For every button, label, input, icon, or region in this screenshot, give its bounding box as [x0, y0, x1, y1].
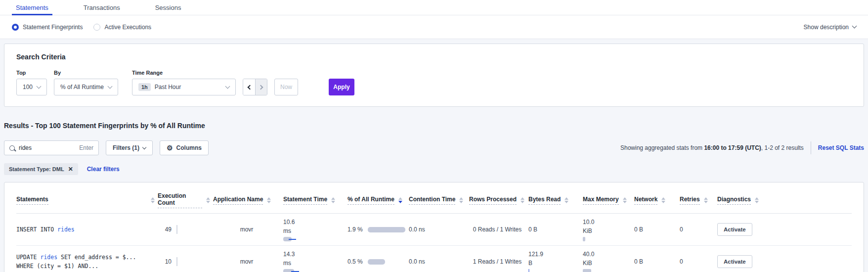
col-pct-runtime[interactable]: % of All Runtime — [347, 196, 394, 205]
columns-button[interactable]: ⚙ Columns — [160, 140, 209, 155]
time-range-value: Past Hour — [155, 84, 181, 91]
show-description-toggle[interactable]: Show description — [804, 24, 856, 31]
execution-count-value: 10 — [158, 258, 172, 265]
col-statement-time[interactable]: Statement Time — [283, 196, 327, 205]
top-label: Top — [16, 70, 47, 76]
col-execution-count[interactable]: Execution Count — [158, 192, 202, 208]
radio-label: Statement Fingerprints — [23, 24, 83, 31]
network-value: 0 B — [634, 258, 680, 265]
by-select[interactable]: % of All Runtime — [54, 79, 118, 95]
col-bytes-read[interactable]: Bytes Read — [528, 196, 561, 205]
activate-diagnostics-button[interactable]: Activate — [717, 255, 752, 268]
tab-statements[interactable]: Statements — [12, 0, 52, 15]
reset-sql-stats-link[interactable]: Reset SQL Stats — [818, 144, 864, 151]
application-name-value: movr — [213, 226, 283, 233]
time-nav-group — [243, 79, 267, 95]
col-diagnostics[interactable]: Diagnostics — [717, 196, 751, 205]
statement-link[interactable]: rides — [40, 254, 57, 261]
chevron-down-icon — [225, 84, 230, 89]
statement-cell[interactable]: INSERT INTO rides — [16, 225, 158, 234]
statement-cell[interactable]: UPDATE rides SET end_address = $... WHER… — [16, 253, 158, 271]
tab-transactions[interactable]: Transactions — [80, 0, 124, 15]
max-memory-value: 10.0 — [583, 218, 631, 227]
search-input[interactable] — [19, 144, 75, 151]
time-range-select[interactable]: 1h Past Hour — [132, 79, 236, 95]
bytes-read-value: 121.9 — [528, 250, 580, 259]
max-memory-bar — [583, 237, 631, 241]
sort-diagnostics[interactable] — [755, 197, 759, 203]
max-memory-unit: KiB — [583, 227, 631, 235]
col-contention-time[interactable]: Contention Time — [409, 196, 455, 205]
active-filters-row: Statement Type: DML ✕ Clear filters — [4, 163, 864, 175]
radio-label: Active Executions — [104, 24, 151, 31]
statements-table: Statements Execution Count Application N… — [4, 182, 864, 272]
sort-network[interactable] — [661, 197, 665, 203]
sort-pct-runtime[interactable] — [398, 197, 402, 203]
statement-time-unit: ms — [283, 227, 345, 235]
col-network[interactable]: Network — [634, 196, 657, 205]
sort-max-memory[interactable] — [623, 197, 627, 203]
radio-active-executions[interactable]: Active Executions — [93, 24, 151, 31]
time-prev-button[interactable] — [243, 79, 255, 95]
application-name-value: movr — [213, 258, 283, 265]
col-rows-processed[interactable]: Rows Processed — [469, 196, 517, 205]
tab-sessions[interactable]: Sessions — [151, 0, 185, 15]
chevron-down-icon — [108, 84, 113, 89]
pct-runtime-bar — [368, 227, 405, 232]
radio-selected-icon — [12, 24, 19, 31]
bytes-read-value: 0 B — [528, 226, 583, 233]
col-application-name[interactable]: Application Name — [213, 196, 263, 205]
contention-time-value: 0.0 ns — [409, 226, 469, 233]
apply-button[interactable]: Apply — [329, 79, 354, 95]
rows-processed-value: 1 Reads / 1 Writes — [469, 258, 528, 265]
filters-button[interactable]: Filters (1) — [106, 140, 153, 155]
table-row: INSERT INTO rides 49 movr 10.6ms 1.9 % 0… — [16, 214, 852, 246]
search-icon — [9, 145, 15, 151]
time-next-button[interactable] — [255, 79, 267, 95]
max-memory-value: 40.0 — [583, 250, 631, 259]
now-button[interactable]: Now — [274, 79, 298, 95]
activate-diagnostics-button[interactable]: Activate — [717, 223, 752, 236]
bytes-read-bar — [528, 269, 529, 272]
sort-retries[interactable] — [704, 197, 708, 203]
pct-runtime-bar — [368, 259, 385, 265]
rows-processed-value: 0 Reads / 1 Writes — [469, 226, 528, 233]
statement-time-unit: ms — [283, 259, 345, 268]
sort-statements[interactable] — [151, 197, 155, 203]
chevron-right-icon — [258, 85, 263, 90]
search-enter-label[interactable]: Enter — [79, 144, 93, 151]
filter-chip-label: Statement Type: DML — [9, 166, 64, 172]
col-max-memory[interactable]: Max Memory — [583, 196, 619, 205]
page-tabs: Statements Transactions Sessions — [0, 0, 868, 15]
max-memory-unit: KiB — [583, 259, 631, 268]
columns-button-label: Columns — [176, 144, 202, 151]
chevron-down-icon — [852, 24, 857, 29]
radio-statement-fingerprints[interactable]: Statement Fingerprints — [12, 24, 83, 31]
search-criteria-panel: Search Criteria Top 100 By % of All Runt… — [4, 44, 864, 107]
execution-count-bar — [176, 257, 177, 266]
sort-bytes-read[interactable] — [564, 197, 568, 203]
by-select-value: % of All Runtime — [60, 84, 104, 91]
contention-time-value: 0.0 ns — [409, 258, 469, 265]
time-range-label: Time Range — [132, 70, 236, 76]
retries-value: 0 — [680, 258, 717, 265]
col-retries[interactable]: Retries — [680, 196, 700, 205]
col-statements[interactable]: Statements — [16, 196, 48, 205]
sort-execution-count[interactable] — [206, 197, 210, 203]
stats-suffix: , 1-2 of 2 results — [761, 144, 804, 151]
time-range-badge: 1h — [138, 83, 151, 91]
network-value: 0 B — [634, 226, 680, 233]
sort-contention-time[interactable] — [459, 197, 463, 203]
statement-link[interactable]: rides — [57, 226, 75, 233]
bytes-read-unit: B — [528, 259, 580, 268]
results-controls: Enter Filters (1) ⚙ Columns Showing aggr… — [4, 140, 864, 155]
sort-rows-processed[interactable] — [521, 197, 524, 203]
table-header-row: Statements Execution Count Application N… — [16, 185, 852, 214]
sort-statement-time[interactable] — [331, 197, 335, 203]
filters-button-label: Filters (1) — [113, 144, 139, 151]
close-icon[interactable]: ✕ — [68, 166, 73, 173]
statement-time-bar — [283, 237, 345, 241]
sort-application-name[interactable] — [267, 197, 271, 203]
top-select[interactable]: 100 — [16, 79, 47, 95]
clear-filters-link[interactable]: Clear filters — [87, 166, 120, 173]
